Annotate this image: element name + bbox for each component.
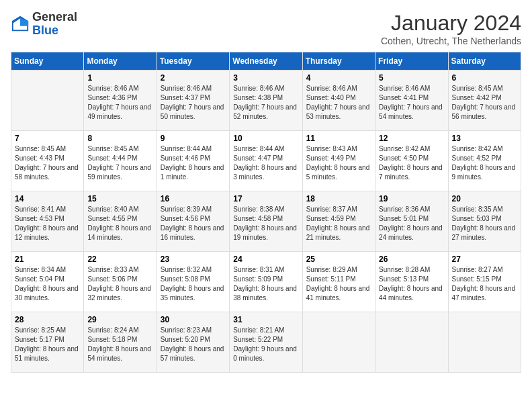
calendar-week-row: 7Sunrise: 8:45 AMSunset: 4:43 PMDaylight… [11, 131, 521, 191]
calendar-cell: 8Sunrise: 8:45 AMSunset: 4:44 PMDaylight… [84, 131, 157, 191]
day-number: 19 [379, 194, 444, 203]
day-info: Sunrise: 8:23 AMSunset: 5:20 PMDaylight:… [161, 326, 226, 363]
calendar-cell: 26Sunrise: 8:28 AMSunset: 5:13 PMDayligh… [375, 252, 448, 312]
calendar-cell: 28Sunrise: 8:25 AMSunset: 5:17 PMDayligh… [11, 312, 84, 373]
day-number: 17 [233, 194, 298, 203]
calendar-cell [375, 312, 448, 373]
calendar-cell: 17Sunrise: 8:38 AMSunset: 4:58 PMDayligh… [230, 191, 302, 252]
day-info: Sunrise: 8:43 AMSunset: 4:49 PMDaylight:… [306, 144, 371, 182]
day-info: Sunrise: 8:21 AMSunset: 5:22 PMDaylight:… [233, 326, 298, 363]
logo-icon [11, 15, 30, 34]
day-number: 12 [379, 134, 444, 143]
day-number: 26 [379, 255, 444, 264]
calendar-cell: 6Sunrise: 8:45 AMSunset: 4:42 PMDaylight… [448, 71, 521, 131]
calendar-cell: 30Sunrise: 8:23 AMSunset: 5:20 PMDayligh… [157, 312, 229, 373]
calendar-cell: 11Sunrise: 8:43 AMSunset: 4:49 PMDayligh… [302, 131, 375, 191]
calendar-cell: 21Sunrise: 8:34 AMSunset: 5:04 PMDayligh… [11, 252, 84, 312]
day-info: Sunrise: 8:25 AMSunset: 5:17 PMDaylight:… [15, 326, 80, 363]
calendar-cell: 20Sunrise: 8:35 AMSunset: 5:03 PMDayligh… [448, 191, 521, 252]
calendar-cell: 29Sunrise: 8:24 AMSunset: 5:18 PMDayligh… [84, 312, 157, 373]
weekday-header-wednesday: Wednesday [230, 52, 302, 71]
weekday-header-tuesday: Tuesday [157, 52, 229, 71]
calendar-cell: 4Sunrise: 8:46 AMSunset: 4:40 PMDaylight… [302, 71, 375, 131]
day-info: Sunrise: 8:31 AMSunset: 5:09 PMDaylight:… [233, 265, 298, 303]
day-info: Sunrise: 8:28 AMSunset: 5:13 PMDaylight:… [379, 265, 444, 303]
calendar-cell: 1Sunrise: 8:46 AMSunset: 4:36 PMDaylight… [84, 71, 157, 131]
calendar-cell: 13Sunrise: 8:42 AMSunset: 4:52 PMDayligh… [448, 131, 521, 191]
day-info: Sunrise: 8:32 AMSunset: 5:08 PMDaylight:… [161, 265, 226, 303]
day-info: Sunrise: 8:37 AMSunset: 4:59 PMDaylight:… [306, 205, 371, 242]
logo: General Blue [11, 11, 77, 38]
calendar-cell: 12Sunrise: 8:42 AMSunset: 4:50 PMDayligh… [375, 131, 448, 191]
weekday-header-friday: Friday [375, 52, 448, 71]
day-info: Sunrise: 8:46 AMSunset: 4:36 PMDaylight:… [87, 84, 152, 122]
calendar-cell: 22Sunrise: 8:33 AMSunset: 5:06 PMDayligh… [84, 252, 157, 312]
day-info: Sunrise: 8:33 AMSunset: 5:06 PMDaylight:… [87, 265, 152, 303]
weekday-header-thursday: Thursday [302, 52, 375, 71]
day-info: Sunrise: 8:42 AMSunset: 4:52 PMDaylight:… [452, 144, 517, 182]
month-title: January 2024 [381, 11, 521, 36]
day-info: Sunrise: 8:44 AMSunset: 4:46 PMDaylight:… [161, 144, 226, 182]
day-number: 2 [161, 73, 226, 83]
day-info: Sunrise: 8:35 AMSunset: 5:03 PMDaylight:… [452, 205, 517, 242]
day-number: 31 [233, 315, 298, 324]
day-number: 24 [233, 255, 298, 264]
day-number: 9 [161, 134, 226, 143]
calendar-cell [302, 312, 375, 373]
calendar-cell: 15Sunrise: 8:40 AMSunset: 4:55 PMDayligh… [84, 191, 157, 252]
calendar-table: SundayMondayTuesdayWednesdayThursdayFrid… [11, 52, 521, 373]
weekday-header-sunday: Sunday [11, 52, 84, 71]
calendar-cell: 27Sunrise: 8:27 AMSunset: 5:15 PMDayligh… [448, 252, 521, 312]
day-number: 13 [452, 134, 517, 143]
page-header: General Blue January 2024 Cothen, Utrech… [11, 11, 521, 46]
calendar-cell: 7Sunrise: 8:45 AMSunset: 4:43 PMDaylight… [11, 131, 84, 191]
day-info: Sunrise: 8:36 AMSunset: 5:01 PMDaylight:… [379, 205, 444, 242]
day-info: Sunrise: 8:38 AMSunset: 4:58 PMDaylight:… [233, 205, 298, 242]
calendar-cell: 18Sunrise: 8:37 AMSunset: 4:59 PMDayligh… [302, 191, 375, 252]
day-number: 4 [306, 73, 371, 83]
day-number: 3 [233, 73, 298, 83]
day-number: 27 [452, 255, 517, 264]
calendar-week-row: 14Sunrise: 8:41 AMSunset: 4:53 PMDayligh… [11, 191, 521, 252]
day-info: Sunrise: 8:24 AMSunset: 5:18 PMDaylight:… [87, 326, 152, 363]
day-info: Sunrise: 8:42 AMSunset: 4:50 PMDaylight:… [379, 144, 444, 182]
day-info: Sunrise: 8:44 AMSunset: 4:47 PMDaylight:… [233, 144, 298, 182]
day-number: 22 [87, 255, 152, 264]
day-info: Sunrise: 8:45 AMSunset: 4:43 PMDaylight:… [15, 144, 80, 182]
day-info: Sunrise: 8:46 AMSunset: 4:38 PMDaylight:… [233, 84, 298, 122]
calendar-cell: 24Sunrise: 8:31 AMSunset: 5:09 PMDayligh… [230, 252, 302, 312]
day-info: Sunrise: 8:29 AMSunset: 5:11 PMDaylight:… [306, 265, 371, 303]
calendar-week-row: 28Sunrise: 8:25 AMSunset: 5:17 PMDayligh… [11, 312, 521, 373]
calendar-cell: 10Sunrise: 8:44 AMSunset: 4:47 PMDayligh… [230, 131, 302, 191]
calendar-cell: 3Sunrise: 8:46 AMSunset: 4:38 PMDaylight… [230, 71, 302, 131]
calendar-cell [11, 71, 84, 131]
day-number: 29 [87, 315, 152, 324]
calendar-cell: 31Sunrise: 8:21 AMSunset: 5:22 PMDayligh… [230, 312, 302, 373]
calendar-cell: 9Sunrise: 8:44 AMSunset: 4:46 PMDaylight… [157, 131, 229, 191]
weekday-header-monday: Monday [84, 52, 157, 71]
day-number: 5 [379, 73, 444, 83]
day-number: 14 [15, 194, 80, 203]
calendar-week-row: 21Sunrise: 8:34 AMSunset: 5:04 PMDayligh… [11, 252, 521, 312]
day-info: Sunrise: 8:40 AMSunset: 4:55 PMDaylight:… [87, 205, 152, 242]
day-info: Sunrise: 8:46 AMSunset: 4:41 PMDaylight:… [379, 84, 444, 122]
day-number: 15 [87, 194, 152, 203]
day-number: 21 [15, 255, 80, 264]
day-number: 28 [15, 315, 80, 324]
day-number: 1 [87, 73, 152, 83]
day-info: Sunrise: 8:45 AMSunset: 4:44 PMDaylight:… [87, 144, 152, 182]
weekday-header-row: SundayMondayTuesdayWednesdayThursdayFrid… [11, 52, 521, 71]
day-number: 11 [306, 134, 371, 143]
weekday-header-saturday: Saturday [448, 52, 521, 71]
location: Cothen, Utrecht, The Netherlands [381, 36, 521, 46]
calendar-cell: 14Sunrise: 8:41 AMSunset: 4:53 PMDayligh… [11, 191, 84, 252]
title-block: January 2024 Cothen, Utrecht, The Nether… [381, 11, 521, 46]
day-info: Sunrise: 8:45 AMSunset: 4:42 PMDaylight:… [452, 84, 517, 122]
calendar-cell: 2Sunrise: 8:46 AMSunset: 4:37 PMDaylight… [157, 71, 229, 131]
day-info: Sunrise: 8:27 AMSunset: 5:15 PMDaylight:… [452, 265, 517, 303]
calendar-week-row: 1Sunrise: 8:46 AMSunset: 4:36 PMDaylight… [11, 71, 521, 131]
calendar-cell: 19Sunrise: 8:36 AMSunset: 5:01 PMDayligh… [375, 191, 448, 252]
day-number: 10 [233, 134, 298, 143]
day-info: Sunrise: 8:46 AMSunset: 4:40 PMDaylight:… [306, 84, 371, 122]
day-number: 7 [15, 134, 80, 143]
